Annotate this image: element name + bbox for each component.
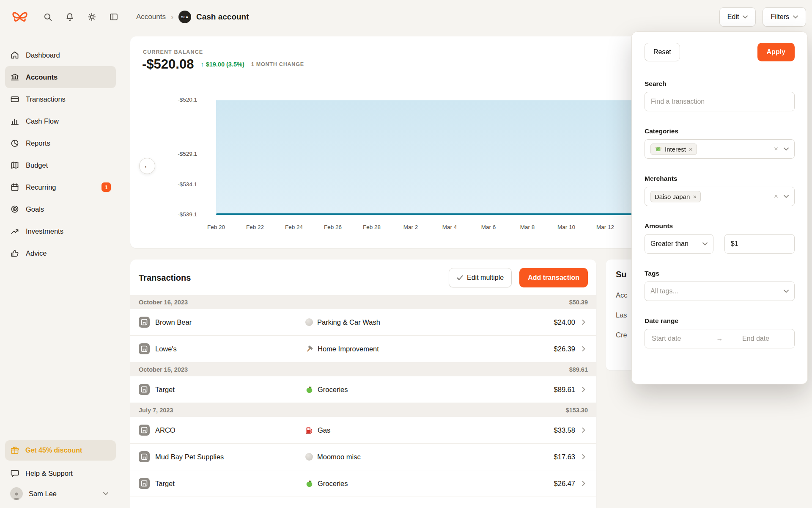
transactions-title: Transactions [139, 273, 191, 283]
merchant-logo-icon [139, 478, 150, 489]
remove-category-chip-icon[interactable]: × [689, 146, 693, 153]
transaction-row[interactable]: Mud Bay Pet Supplies Moomoo misc $17.63 [130, 444, 596, 470]
search-input[interactable] [645, 92, 795, 111]
current-balance-label: CURRENT BALANCE [143, 49, 203, 55]
end-date-field[interactable]: End date [742, 335, 787, 342]
reset-button[interactable]: Reset [645, 43, 680, 61]
transaction-amount: $24.00 [554, 318, 575, 326]
category-name: Moomoo misc [317, 453, 361, 461]
sidebar-item-advice[interactable]: Advice [5, 242, 116, 264]
monarch-butterfly-logo[interactable] [11, 10, 29, 24]
search-label: Search [645, 80, 795, 88]
transaction-date-header: October 15, 2023 $89.61 [130, 362, 596, 376]
add-transaction-button[interactable]: Add transaction [519, 268, 588, 287]
sidebar-item-recurring[interactable]: Recurring 1 [5, 176, 116, 198]
sidebar-item-accounts[interactable]: Accounts [5, 66, 116, 88]
sidebar-item-cash-flow[interactable]: Cash Flow [5, 110, 116, 132]
date-range-label: Date range [645, 317, 795, 325]
edit-multiple-button[interactable]: Edit multiple [449, 268, 512, 287]
calendar-icon [10, 182, 19, 192]
merchant-logo-icon [139, 343, 150, 354]
sidebar-item-investments[interactable]: Investments [5, 220, 116, 242]
chat-bubble-icon [10, 469, 19, 478]
settings-gear-icon[interactable] [87, 12, 96, 22]
thumbs-up-icon [10, 248, 19, 258]
merchants-select[interactable]: Daiso Japan × × [645, 187, 795, 206]
x-axis-tick: Mar 4 [442, 224, 457, 230]
category-chip[interactable]: Interest × [650, 144, 697, 155]
transaction-date-header: October 16, 2023 $50.39 [130, 295, 596, 309]
sidebar-item-reports[interactable]: Reports [5, 132, 116, 154]
transaction-row[interactable]: Lowe's Home Improvement $26.39 [130, 336, 596, 362]
apply-button[interactable]: Apply [757, 43, 795, 61]
sidebar-item-goals[interactable]: Goals [5, 198, 116, 220]
pie-chart-icon [10, 138, 19, 148]
credit-card-icon [10, 94, 19, 104]
range-arrow-icon: → [697, 335, 742, 342]
notifications-bell-icon[interactable] [65, 12, 74, 22]
bar-chart-icon [10, 116, 19, 126]
transaction-row[interactable]: Brown Bear Parking & Car Wash $24.00 [130, 309, 596, 336]
transaction-date-header: July 7, 2023 $153.30 [130, 403, 596, 417]
back-arrow-icon: ← [144, 162, 151, 170]
x-axis-tick: Mar 2 [403, 224, 418, 230]
home-icon [10, 50, 19, 60]
y-axis-tick: -$529.1 [147, 151, 197, 157]
y-axis-tick: -$520.1 [147, 97, 197, 103]
chevron-down-icon [784, 290, 789, 293]
tags-select[interactable]: All tags... [645, 282, 795, 301]
merchant-chip[interactable]: Daiso Japan × [650, 191, 701, 202]
filters-button[interactable]: Filters [763, 7, 806, 27]
amounts-label: Amounts [645, 222, 795, 230]
breadcrumb-separator-icon: › [171, 13, 173, 22]
filters-panel: Reset Apply Search Categories Interest ×… [631, 31, 808, 384]
transaction-amount: $89.61 [554, 386, 575, 394]
sidebar-item-transactions[interactable]: Transactions [5, 88, 116, 110]
sidebar-item-budget[interactable]: Budget [5, 154, 116, 176]
amount-operator-select[interactable]: Greater than [645, 234, 713, 254]
categories-select[interactable]: Interest × × [645, 139, 795, 159]
gift-icon [10, 446, 19, 455]
merchant-name: Mud Bay Pet Supplies [155, 453, 224, 461]
breadcrumb-accounts-link[interactable]: Accounts [136, 13, 166, 21]
start-date-field[interactable]: Start date [652, 335, 697, 342]
chart-back-button[interactable]: ← [139, 158, 155, 174]
date-range-input[interactable]: Start date → End date [645, 329, 795, 348]
help-support-link[interactable]: Help & Support [5, 463, 116, 483]
amount-value-input[interactable] [724, 234, 795, 254]
hammer-icon [305, 345, 313, 353]
merchant-name: Target [155, 386, 175, 394]
transaction-row[interactable]: ARCO Gas $33.58 [130, 417, 596, 444]
clear-merchants-icon[interactable]: × [774, 192, 778, 201]
sidebar-item-dashboard[interactable]: Dashboard [5, 44, 116, 66]
x-axis-tick: Mar 6 [481, 224, 496, 230]
x-axis-tick: Mar 12 [596, 224, 614, 230]
chevron-down-icon [784, 147, 789, 151]
up-arrow-icon: ↑ [200, 61, 203, 68]
chevron-right-icon [582, 387, 585, 392]
merchants-label: Merchants [645, 175, 795, 182]
clear-categories-icon[interactable]: × [774, 145, 778, 153]
merchant-name: Brown Bear [155, 318, 192, 326]
discount-banner[interactable]: Get 45% discount [5, 440, 116, 461]
misc-circle-icon [305, 318, 313, 326]
edit-button[interactable]: Edit [719, 7, 756, 27]
green-apple-icon [305, 386, 313, 394]
x-axis-tick: Mar 10 [557, 224, 575, 230]
money-with-wings-icon [655, 146, 662, 153]
transaction-row[interactable]: Target Groceries $89.61 [130, 376, 596, 403]
category-name: Groceries [318, 386, 348, 394]
chevron-down-icon [784, 195, 789, 198]
topbar: Accounts › SLA Cash account Edit Filters [0, 0, 812, 34]
search-icon[interactable] [43, 12, 52, 22]
transaction-amount: $17.63 [554, 453, 575, 461]
chevron-right-icon [582, 346, 585, 351]
chevron-down-icon [702, 242, 708, 246]
merchant-logo-icon [139, 425, 150, 436]
recurring-count-badge: 1 [102, 182, 111, 192]
sidebar-toggle-icon[interactable] [109, 12, 118, 22]
transaction-row[interactable]: Target Groceries $26.47 [130, 470, 596, 497]
user-menu[interactable]: Sam Lee [5, 483, 116, 504]
remove-merchant-chip-icon[interactable]: × [693, 193, 697, 200]
merchant-name: Target [155, 480, 175, 488]
